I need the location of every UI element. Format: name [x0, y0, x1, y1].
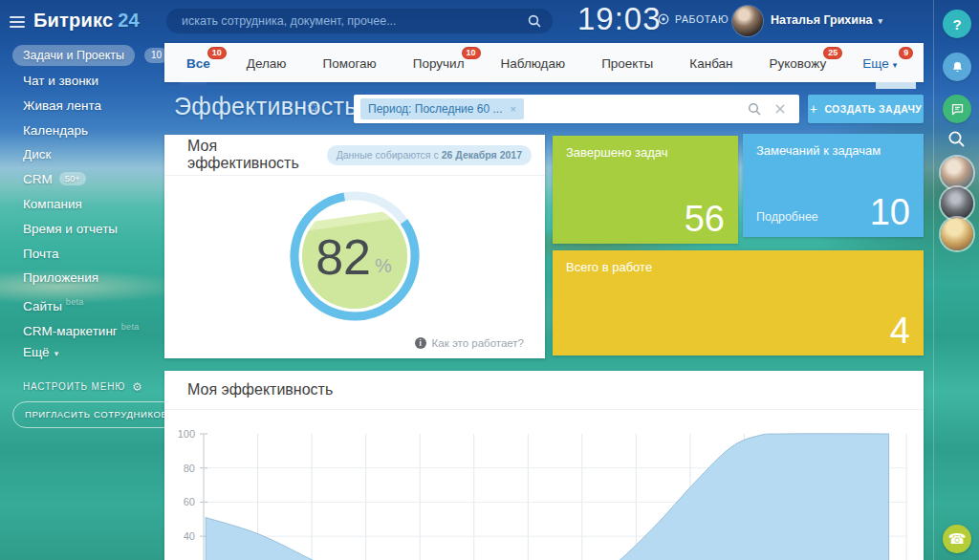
logo[interactable]: Битрикс 24 — [10, 10, 140, 32]
tile-value: 4 — [890, 311, 910, 352]
sidebar-item-5[interactable]: Компания — [0, 192, 164, 217]
avatar[interactable] — [732, 6, 763, 36]
sidebar-item-label: Живая лента — [23, 98, 101, 113]
in-progress-tile[interactable]: Всего в работе 4 — [553, 250, 924, 355]
tab-label: Канбан — [689, 56, 732, 71]
tab-1[interactable]: Все10 — [168, 43, 228, 82]
sidebar-item-3[interactable]: Диск — [0, 142, 164, 167]
details-link[interactable]: Подробнее — [756, 210, 818, 224]
chart-card-title: Моя эффективность — [187, 381, 333, 398]
y-axis-tick-label: 80 — [184, 463, 195, 474]
sidebar-menu: Чат и звонкиЖивая лентаКалендарьДискCRM5… — [0, 69, 164, 365]
sidebar-item-7[interactable]: Почта — [0, 242, 164, 267]
tab-8[interactable]: Руковожу25 — [751, 43, 845, 82]
rail-search-icon[interactable] — [947, 130, 966, 148]
tab-label: Проекты — [601, 56, 653, 71]
tab-label: Все — [186, 56, 210, 71]
sidebar-item-label: Сайты — [23, 299, 62, 313]
period-filter-chip[interactable]: Период: Последние 60 ...× — [360, 98, 524, 119]
status-dot-icon — [658, 13, 669, 25]
bitrix24-app: Битрикс 24 Задачи и Проекты 10 Чат и зво… — [0, 0, 979, 560]
sidebar-item-2[interactable]: Календарь — [0, 118, 164, 143]
y-axis-tick-label: 100 — [178, 428, 195, 440]
search-icon[interactable] — [528, 14, 541, 28]
period-filter-label: Период: Последние 60 ... — [368, 102, 503, 116]
sidebar-item-label: Чат и звонки — [23, 74, 98, 88]
chat-button[interactable] — [943, 95, 971, 123]
data-note-text: Данные собираются с — [337, 149, 439, 161]
gear-icon: ⚙ — [132, 380, 143, 394]
sidebar-item-9[interactable]: Сайтыbeta — [0, 291, 164, 315]
how-it-works-link[interactable]: i Как это работает? — [415, 337, 524, 349]
phone-call-button[interactable]: ☎ — [943, 525, 971, 553]
search-input[interactable] — [166, 14, 528, 28]
plus-icon: + — [810, 101, 818, 117]
tab-4[interactable]: Поручил10 — [395, 43, 483, 82]
work-clock[interactable]: 19:03 — [577, 1, 662, 37]
tab-6[interactable]: Проекты — [583, 43, 671, 82]
tab-badge: 10 — [462, 47, 481, 59]
tile-label: Замечаний к задачам — [756, 143, 881, 158]
sidebar-item-label: CRM — [23, 172, 53, 186]
efficiency-chart-card: Моя эффективность 100806040 — [164, 371, 924, 560]
tab-5[interactable]: Наблюдаю — [483, 43, 584, 82]
sidebar-item-0[interactable]: Чат и звонки — [0, 69, 164, 94]
sidebar-item-label: Почта — [23, 247, 59, 261]
recent-user-avatar[interactable] — [941, 157, 973, 189]
tab-3[interactable]: Помогаю — [304, 43, 394, 82]
sidebar-item-1[interactable]: Живая лента — [0, 94, 164, 118]
favorite-star-icon[interactable]: ☆ — [306, 97, 320, 118]
gauge-value: 82 — [315, 229, 371, 285]
notifications-button[interactable] — [943, 53, 971, 81]
sidebar-item-11[interactable]: Ещё▾ — [0, 340, 164, 365]
create-task-button[interactable]: + СОЗДАТЬ ЗАДАЧУ — [808, 95, 924, 123]
tab-label: Делаю — [247, 56, 287, 71]
chevron-down-icon: ▾ — [54, 349, 59, 358]
work-status-toggle[interactable]: РАБОТАЮ — [658, 13, 729, 25]
tab-label: Поручил — [413, 56, 465, 71]
sidebar-item-10[interactable]: CRM-маркетингbeta — [0, 315, 164, 340]
tab-7[interactable]: Канбан — [671, 43, 751, 82]
right-rail: ? — [933, 0, 979, 560]
hamburger-menu-icon[interactable] — [10, 16, 25, 28]
create-task-label: СОЗДАТЬ ЗАДАЧУ — [824, 103, 922, 115]
filter-bar[interactable]: Период: Последние 60 ...× — [354, 95, 799, 123]
tab-9[interactable]: Еще▾9 — [844, 43, 915, 82]
logo-brand: Битрикс — [33, 10, 113, 32]
efficiency-chart: 100806040 — [164, 410, 924, 560]
sidebar-item-tasks-active[interactable]: Задачи и Проекты — [12, 45, 135, 66]
tile-value: 10 — [870, 192, 910, 233]
task-remarks-tile[interactable]: Замечаний к задачам Подробнее 10 — [743, 134, 924, 237]
chevron-down-icon: ▾ — [879, 16, 883, 26]
sidebar-item-label: Календарь — [23, 123, 88, 138]
tab-label: Руковожу — [770, 56, 827, 71]
data-note-date: 26 Декабря 2017 — [442, 149, 522, 161]
efficiency-card: Моя эффективность Данные собираются с26 … — [164, 135, 545, 358]
filter-clear-icon[interactable] — [774, 103, 786, 115]
recent-user-avatar[interactable] — [941, 187, 973, 220]
sidebar-item-4[interactable]: CRM50+ — [0, 167, 164, 192]
help-button[interactable]: ? — [943, 10, 971, 38]
chevron-down-icon: ▾ — [893, 60, 898, 70]
y-axis-tick-label: 60 — [184, 496, 195, 507]
sidebar-item-8[interactable]: Приложения — [0, 266, 164, 291]
y-axis-tick-label: 40 — [184, 530, 195, 542]
sidebar-item-6[interactable]: Время и отчеты — [0, 217, 164, 242]
user-name-label: Наталья Грихина — [771, 13, 873, 27]
user-menu[interactable]: Наталья Грихина▾ — [771, 13, 882, 27]
tab-badge: 25 — [823, 47, 842, 59]
sidebar-item-label: Время и отчеты — [23, 222, 118, 236]
recent-user-avatar[interactable] — [941, 218, 973, 250]
how-it-works-label: Как это работает? — [432, 337, 524, 349]
phone-icon: ☎ — [948, 530, 967, 548]
global-search — [166, 9, 553, 33]
close-icon[interactable]: × — [511, 103, 516, 115]
configure-menu-button[interactable]: НАСТРОИТЬ МЕНЮ⚙ — [23, 380, 143, 394]
chat-bubble-icon — [950, 102, 965, 117]
tab-2[interactable]: Делаю — [228, 43, 305, 82]
filter-search-icon[interactable] — [748, 102, 761, 116]
efficiency-gauge: 82 % — [283, 184, 426, 328]
completed-tasks-tile[interactable]: Завершено задач 56 — [553, 136, 738, 244]
gauge-unit: % — [375, 255, 392, 276]
tab-badge: 9 — [899, 47, 913, 59]
